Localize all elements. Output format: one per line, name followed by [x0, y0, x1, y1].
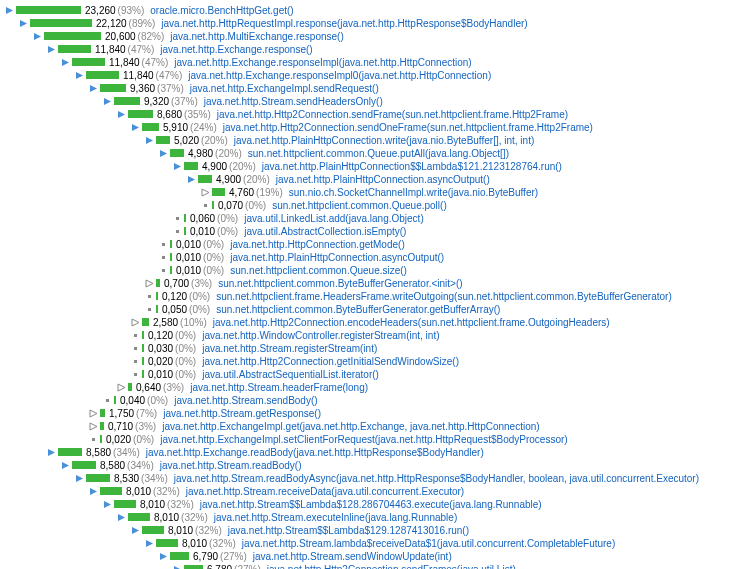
tree-row[interactable]: 20,600(82%)java.net.http.MultiExchange.r…: [4, 30, 727, 42]
expand-closed-icon[interactable]: [88, 408, 98, 418]
time-bar: [212, 188, 225, 196]
tree-row[interactable]: 11,840(47%)java.net.http.Exchange.respon…: [4, 69, 727, 81]
tree-row[interactable]: 8,010(32%)java.net.http.Stream$$Lambda$1…: [4, 524, 727, 536]
expand-open-icon[interactable]: [18, 18, 28, 28]
tree-row[interactable]: 0,030(0%)java.net.http.Stream.registerSt…: [4, 342, 727, 354]
tree-row[interactable]: 4,980(20%)sun.net.httpclient.common.Queu…: [4, 147, 727, 159]
svg-marker-0: [6, 7, 13, 14]
expand-open-icon[interactable]: [60, 460, 70, 470]
time-bar: [44, 32, 101, 40]
tree-row[interactable]: 0,020(0%)java.net.http.Http2Connection.g…: [4, 355, 727, 367]
tree-row[interactable]: 0,060(0%)java.util.LinkedList.add(java.l…: [4, 212, 727, 224]
expand-open-icon[interactable]: [186, 174, 196, 184]
method-name: java.net.http.PlainHttpConnection.asyncO…: [230, 252, 444, 263]
tree-row[interactable]: 0,120(0%)sun.net.httpclient.frame.Header…: [4, 290, 727, 302]
tree-row[interactable]: 8,010(32%)java.net.http.Stream$$Lambda$1…: [4, 498, 727, 510]
expand-open-icon[interactable]: [102, 96, 112, 106]
tree-row[interactable]: 8,580(34%)java.net.http.Exchange.readBod…: [4, 446, 727, 458]
tree-row[interactable]: 0,120(0%)java.net.http.WindowController.…: [4, 329, 727, 341]
expand-open-icon[interactable]: [88, 83, 98, 93]
expand-open-icon[interactable]: [74, 70, 84, 80]
method-name: java.net.http.Exchange.readBody(java.net…: [146, 447, 484, 458]
expand-open-icon[interactable]: [88, 486, 98, 496]
expand-open-icon[interactable]: [144, 538, 154, 548]
expand-closed-icon[interactable]: [130, 317, 140, 327]
time-value: 22,120: [96, 18, 127, 29]
tree-row[interactable]: 9,360(37%)java.net.http.ExchangeImpl.sen…: [4, 82, 727, 94]
svg-rect-27: [134, 360, 137, 363]
tree-row[interactable]: 2,580(10%)java.net.http.Http2Connection.…: [4, 316, 727, 328]
leaf-icon: [172, 213, 182, 223]
time-bar: [72, 461, 96, 469]
method-name: java.net.http.Stream.sendWindowUpdate(in…: [253, 551, 452, 562]
expand-open-icon[interactable]: [46, 44, 56, 54]
tree-row[interactable]: 4,900(20%)java.net.http.PlainHttpConnect…: [4, 160, 727, 172]
tree-row[interactable]: 0,070(0%)sun.net.httpclient.common.Queue…: [4, 199, 727, 211]
tree-row[interactable]: 5,910(24%)java.net.http.Http2Connection.…: [4, 121, 727, 133]
tree-row[interactable]: 0,010(0%)sun.net.httpclient.common.Queue…: [4, 264, 727, 276]
expand-open-icon[interactable]: [116, 512, 126, 522]
time-value: 0,050: [162, 304, 187, 315]
tree-row[interactable]: 4,760(19%)sun.nio.ch.SocketChannelImpl.w…: [4, 186, 727, 198]
tree-row[interactable]: 23,260(93%)oracle.micro.BenchHttpGet.get…: [4, 4, 727, 16]
tree-row[interactable]: 0,010(0%)java.util.AbstractSequentialLis…: [4, 368, 727, 380]
tree-row[interactable]: 0,020(0%)java.net.http.ExchangeImpl.setC…: [4, 433, 727, 445]
profiler-tree: 23,260(93%)oracle.micro.BenchHttpGet.get…: [4, 4, 727, 569]
tree-row[interactable]: 0,700(3%)sun.net.httpclient.common.ByteB…: [4, 277, 727, 289]
method-name: sun.net.httpclient.common.Queue.putAll(j…: [248, 148, 509, 159]
percent-value: (34%): [113, 447, 140, 458]
time-value: 6,780: [207, 564, 232, 570]
expand-open-icon[interactable]: [172, 161, 182, 171]
tree-row[interactable]: 0,010(0%)java.util.AbstractCollection.is…: [4, 225, 727, 237]
tree-row[interactable]: 0,050(0%)sun.net.httpclient.common.ByteB…: [4, 303, 727, 315]
expand-closed-icon[interactable]: [144, 278, 154, 288]
expand-closed-icon[interactable]: [88, 421, 98, 431]
method-name: java.net.http.Stream.executeInline(java.…: [214, 512, 457, 523]
tree-row[interactable]: 5,020(20%)java.net.http.PlainHttpConnect…: [4, 134, 727, 146]
tree-row[interactable]: 11,840(47%)java.net.http.Exchange.respon…: [4, 56, 727, 68]
method-name: java.net.http.Exchange.responseImpl0(jav…: [188, 70, 491, 81]
tree-row[interactable]: 8,580(34%)java.net.http.Stream.readBody(…: [4, 459, 727, 471]
time-value: 5,020: [174, 135, 199, 146]
tree-row[interactable]: 8,010(32%)java.net.http.Stream.receiveDa…: [4, 485, 727, 497]
tree-row[interactable]: 6,780(27%)java.net.http.Http2Connection.…: [4, 563, 727, 569]
percent-value: (35%): [184, 109, 211, 120]
tree-row[interactable]: 0,010(0%)java.net.http.HttpConnection.ge…: [4, 238, 727, 250]
tree-row[interactable]: 11,840(47%)java.net.http.Exchange.respon…: [4, 43, 727, 55]
expand-open-icon[interactable]: [144, 135, 154, 145]
tree-row[interactable]: 9,320(37%)java.net.http.Stream.sendHeade…: [4, 95, 727, 107]
tree-row[interactable]: 1,750(7%)java.net.http.Stream.getRespons…: [4, 407, 727, 419]
expand-open-icon[interactable]: [130, 525, 140, 535]
expand-open-icon[interactable]: [158, 551, 168, 561]
expand-open-icon[interactable]: [102, 499, 112, 509]
expand-closed-icon[interactable]: [200, 187, 210, 197]
expand-open-icon[interactable]: [32, 31, 42, 41]
tree-row[interactable]: 6,790(27%)java.net.http.Stream.sendWindo…: [4, 550, 727, 562]
expand-open-icon[interactable]: [60, 57, 70, 67]
expand-open-icon[interactable]: [130, 122, 140, 132]
expand-open-icon[interactable]: [46, 447, 56, 457]
expand-open-icon[interactable]: [172, 564, 182, 569]
time-bar: [100, 409, 105, 417]
method-name: java.net.http.Stream$$Lambda$129.1287413…: [228, 525, 469, 536]
tree-row[interactable]: 8,530(34%)java.net.http.Stream.readBodyA…: [4, 472, 727, 484]
expand-open-icon[interactable]: [4, 5, 14, 15]
time-value: 23,260: [85, 5, 116, 16]
tree-row[interactable]: 0,710(3%)java.net.http.ExchangeImpl.get(…: [4, 420, 727, 432]
tree-row[interactable]: 8,680(35%)java.net.http.Http2Connection.…: [4, 108, 727, 120]
tree-row[interactable]: 0,010(0%)java.net.http.PlainHttpConnecti…: [4, 251, 727, 263]
svg-rect-18: [162, 243, 165, 246]
time-bar: [156, 136, 170, 144]
tree-row[interactable]: 0,640(3%)java.net.http.Stream.headerFram…: [4, 381, 727, 393]
time-bar: [100, 487, 122, 495]
tree-row[interactable]: 22,120(89%)java.net.http.HttpRequestImpl…: [4, 17, 727, 29]
expand-closed-icon[interactable]: [116, 382, 126, 392]
expand-open-icon[interactable]: [158, 148, 168, 158]
expand-open-icon[interactable]: [116, 109, 126, 119]
tree-row[interactable]: 4,900(20%)java.net.http.PlainHttpConnect…: [4, 173, 727, 185]
tree-row[interactable]: 8,010(32%)java.net.http.Stream.lambda$re…: [4, 537, 727, 549]
leaf-icon: [130, 356, 140, 366]
expand-open-icon[interactable]: [74, 473, 84, 483]
tree-row[interactable]: 0,040(0%)java.net.http.Stream.sendBody(): [4, 394, 727, 406]
tree-row[interactable]: 8,010(32%)java.net.http.Stream.executeIn…: [4, 511, 727, 523]
